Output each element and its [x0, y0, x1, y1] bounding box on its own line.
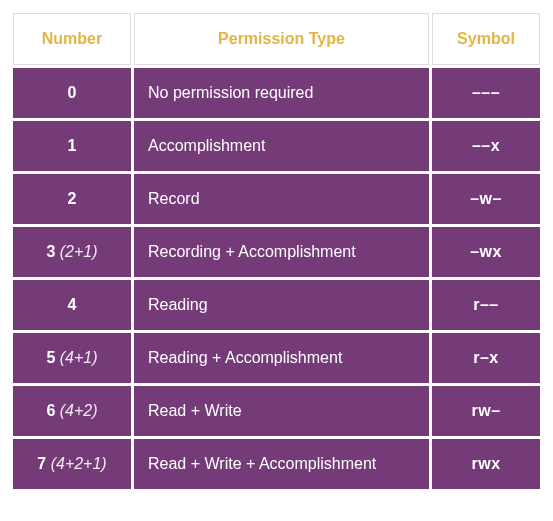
cell-permission: Read + Write: [134, 386, 429, 436]
table-body: 0 No permission required ––– 1 Accomplis…: [13, 68, 540, 489]
table-row: 3 (2+1) Recording + Accomplishment –wx: [13, 227, 540, 277]
cell-symbol: –w–: [432, 174, 540, 224]
table-row: 2 Record –w–: [13, 174, 540, 224]
cell-number: 4: [13, 280, 131, 330]
table-row: 0 No permission required –––: [13, 68, 540, 118]
header-symbol: Symbol: [432, 13, 540, 65]
cell-permission: Record: [134, 174, 429, 224]
cell-number: 3 (2+1): [13, 227, 131, 277]
cell-symbol: –wx: [432, 227, 540, 277]
cell-number: 1: [13, 121, 131, 171]
cell-number: 2: [13, 174, 131, 224]
cell-number: 6 (4+2): [13, 386, 131, 436]
cell-symbol: –––: [432, 68, 540, 118]
table-row: 7 (4+2+1) Read + Write + Accomplishment …: [13, 439, 540, 489]
header-number: Number: [13, 13, 131, 65]
cell-number: 0: [13, 68, 131, 118]
cell-permission: Reading + Accomplishment: [134, 333, 429, 383]
table-row: 6 (4+2) Read + Write rw–: [13, 386, 540, 436]
table-row: 5 (4+1) Reading + Accomplishment r–x: [13, 333, 540, 383]
cell-symbol: rwx: [432, 439, 540, 489]
cell-symbol: r––: [432, 280, 540, 330]
cell-number: 7 (4+2+1): [13, 439, 131, 489]
cell-permission: No permission required: [134, 68, 429, 118]
cell-permission: Accomplishment: [134, 121, 429, 171]
header-permission-type: Permission Type: [134, 13, 429, 65]
cell-permission: Recording + Accomplishment: [134, 227, 429, 277]
cell-permission: Reading: [134, 280, 429, 330]
table-header-row: Number Permission Type Symbol: [13, 13, 540, 65]
cell-number: 5 (4+1): [13, 333, 131, 383]
permissions-table: Number Permission Type Symbol 0 No permi…: [10, 10, 543, 492]
cell-symbol: ––x: [432, 121, 540, 171]
table-row: 4 Reading r––: [13, 280, 540, 330]
cell-symbol: rw–: [432, 386, 540, 436]
table-row: 1 Accomplishment ––x: [13, 121, 540, 171]
cell-permission: Read + Write + Accomplishment: [134, 439, 429, 489]
cell-symbol: r–x: [432, 333, 540, 383]
